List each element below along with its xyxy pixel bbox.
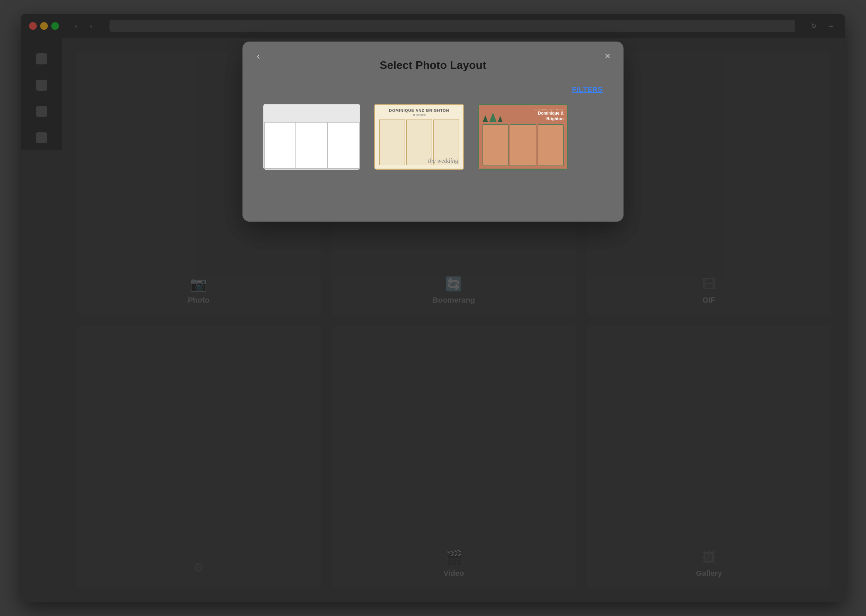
template-plain-header [264, 105, 359, 122]
wedding-template-sub: — at the date — [379, 113, 459, 116]
nature-template-cols [483, 124, 564, 166]
wedding-script-text: the wedding [428, 157, 459, 165]
templates-row: DOMINIQUE AND BRIGHTON — at the date — t… [263, 104, 603, 170]
nature-congrats-text: CONGRATULATIONS [500, 108, 564, 111]
template-plain-preview [263, 104, 360, 170]
nature-template-header: CONGRATULATIONS Dominique & Brighton [483, 108, 564, 122]
select-photo-layout-modal: ‹ × Select Photo Layout FILTERS [242, 42, 624, 222]
tree-1-icon [483, 115, 488, 122]
template-plain-col-1 [265, 123, 296, 168]
template-nature-preview: CONGRATULATIONS Dominique & Brighton [478, 104, 568, 170]
filters-button[interactable]: FILTERS [572, 85, 603, 93]
nature-names-text: Dominique & Brighton [500, 111, 564, 121]
modal-close-button[interactable]: × [601, 50, 614, 62]
wedding-col-1 [379, 119, 405, 165]
template-plain-col-3 [328, 123, 359, 168]
nature-col-3 [538, 124, 564, 166]
template-nature-wedding[interactable]: CONGRATULATIONS Dominique & Brighton [478, 104, 568, 170]
nature-col-1 [483, 124, 509, 166]
browser-window: ‹ › ↻ + 📷 Photo 🔄 [21, 14, 845, 602]
template-plain-body [264, 122, 359, 169]
nature-text-block: CONGRATULATIONS Dominique & Brighton [500, 108, 564, 121]
template-wedding-preview: DOMINIQUE AND BRIGHTON — at the date — t… [374, 104, 464, 170]
nature-col-2 [510, 124, 536, 166]
filters-container: FILTERS [263, 85, 603, 93]
modal-overlay: ‹ × Select Photo Layout FILTERS [21, 14, 845, 602]
nature-trees [483, 108, 500, 122]
wedding-template-title: DOMINIQUE AND BRIGHTON [379, 108, 459, 113]
modal-title: Select Photo Layout [263, 59, 603, 72]
template-plain-col-2 [296, 123, 327, 168]
template-wedding-script[interactable]: DOMINIQUE AND BRIGHTON — at the date — t… [374, 104, 464, 170]
tree-2-icon [489, 113, 497, 122]
template-plain-3col[interactable] [263, 104, 360, 170]
modal-back-button[interactable]: ‹ [252, 50, 265, 62]
